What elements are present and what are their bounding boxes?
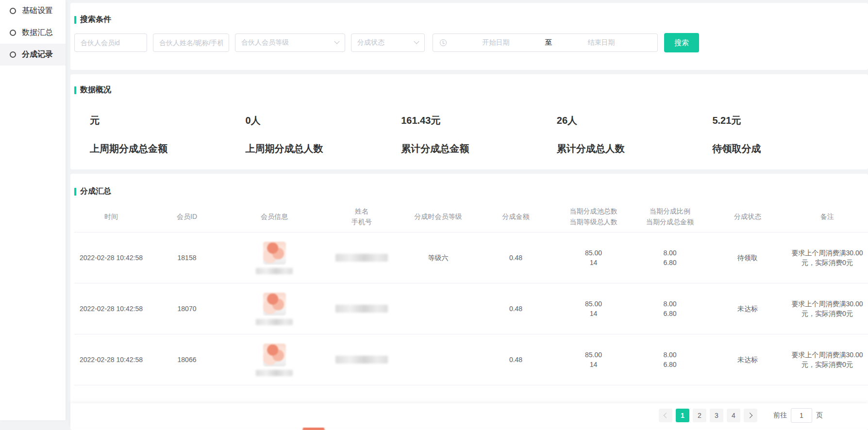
stat-total-amount: 161.43元 累计分成总金额 — [401, 115, 557, 155]
sidebar: 基础设置 数据汇总 分成记录 — [0, 0, 66, 420]
partner-name-input[interactable] — [153, 33, 229, 52]
circle-outline-icon — [10, 30, 16, 36]
cell-ratio: 8.00 6.80 — [631, 248, 709, 267]
ratio-amount: 6.80 — [631, 309, 709, 318]
stat-value: 0人 — [246, 115, 401, 126]
member-name-blurred — [335, 356, 388, 364]
sidebar-item-label: 分成记录 — [22, 50, 53, 60]
sidebar-item-data-summary[interactable]: 数据汇总 — [0, 22, 66, 44]
header-amount: 分成金额 — [476, 211, 556, 222]
cell-member-id: 18070 — [148, 304, 226, 314]
ratio-percent: 8.00 — [631, 248, 709, 258]
stat-value: 161.43元 — [401, 115, 557, 126]
pagination-page-4[interactable]: 4 — [727, 409, 740, 422]
date-range-picker[interactable]: 开始日期 至 结束日期 — [433, 33, 658, 52]
title-accent-bar — [74, 16, 76, 24]
header-member-info: 会员信息 — [226, 211, 323, 222]
ratio-percent: 8.00 — [631, 350, 709, 360]
start-date-placeholder[interactable]: 开始日期 — [447, 38, 545, 47]
header-line: 手机号 — [323, 216, 401, 227]
stat-label: 上周期分成总人数 — [246, 142, 401, 155]
cell-name-phone — [323, 356, 401, 364]
chevron-down-icon — [414, 39, 419, 44]
cell-status: 未达标 — [709, 304, 786, 314]
header-name-phone: 姓名 手机号 — [323, 206, 401, 227]
goto-page-input[interactable] — [791, 408, 812, 423]
pagination-bar: 1 2 3 4 前往 页 — [70, 403, 868, 428]
cell-ratio: 8.00 6.80 — [631, 299, 709, 318]
data-overview-title: 数据概况 — [74, 85, 868, 95]
partner-member-id-input[interactable] — [74, 33, 147, 52]
pagination-next-button[interactable] — [744, 409, 757, 422]
commission-status-select[interactable]: 分成状态 — [351, 33, 425, 52]
header-status: 分成状态 — [709, 211, 786, 222]
sidebar-item-commission-records[interactable]: 分成记录 — [0, 44, 66, 66]
pagination-goto: 前往 页 — [773, 408, 823, 423]
cell-member-info — [226, 344, 323, 376]
cell-member-info — [226, 293, 323, 325]
stat-label: 累计分成总人数 — [557, 142, 713, 155]
table-row: 2022-02-28 10:42:58 18066 0.48 85.00 14 … — [74, 334, 868, 385]
cell-remark: 要求上个周消费满30.00元，实际消费0元 — [786, 299, 868, 318]
cell-amount: 0.48 — [476, 253, 556, 263]
search-button[interactable]: 搜索 — [664, 33, 699, 52]
page-unit-label: 页 — [816, 411, 823, 420]
partner-level-select[interactable]: 合伙人会员等级 — [235, 33, 345, 52]
cell-pool: 85.00 14 — [556, 248, 631, 267]
member-nickname-blurred — [256, 319, 293, 325]
cell-member-info — [226, 242, 323, 274]
member-name-blurred — [335, 305, 388, 313]
commission-status-select-placeholder: 分成状态 — [357, 38, 384, 47]
cell-name-phone — [323, 305, 401, 313]
overview-stats: 元 上周期分成总金额 0人 上周期分成总人数 161.43元 累计分成总金额 2… — [74, 115, 868, 155]
stat-label: 待领取分成 — [712, 142, 868, 155]
member-avatar-blurred — [263, 242, 286, 265]
pool-total: 85.00 — [556, 299, 631, 309]
pagination-page-2[interactable]: 2 — [693, 409, 706, 422]
search-panel-title: 搜索条件 — [74, 15, 868, 25]
header-member-id: 会员ID — [148, 211, 226, 222]
chevron-down-icon — [334, 39, 339, 44]
pagination-page-1[interactable]: 1 — [676, 409, 689, 422]
date-separator: 至 — [545, 38, 552, 47]
search-panel-title-text: 搜索条件 — [80, 15, 111, 25]
goto-label: 前往 — [773, 411, 787, 420]
stat-total-count: 26人 累计分成总人数 — [557, 115, 713, 155]
circle-outline-icon — [10, 8, 16, 14]
main-content: 搜索条件 合伙人会员等级 分成状态 开始日期 至 结束日期 搜索 — [70, 0, 868, 430]
header-line: 当期分成比例 — [631, 206, 709, 216]
cell-amount: 0.48 — [476, 304, 556, 314]
pool-total: 85.00 — [556, 248, 631, 258]
header-line: 当期等级总人数 — [556, 216, 631, 227]
cell-level: 等级六 — [401, 253, 476, 263]
sidebar-item-basic-settings[interactable]: 基础设置 — [0, 0, 66, 22]
table-header-row: 时间 会员ID 会员信息 姓名 手机号 分成时会员等级 分成金额 当期分成池总数… — [74, 200, 868, 232]
cell-status: 未达标 — [709, 355, 786, 364]
pagination-page-3[interactable]: 3 — [710, 409, 723, 422]
member-avatar-blurred — [263, 344, 286, 366]
cell-ratio: 8.00 6.80 — [631, 350, 709, 369]
level-count: 14 — [556, 258, 631, 267]
header-time: 时间 — [74, 211, 148, 222]
stat-label: 累计分成总金额 — [401, 142, 557, 155]
cell-status: 待领取 — [709, 253, 786, 263]
cell-remark: 要求上个周消费满30.00元，实际消费0元 — [786, 248, 868, 267]
data-overview-title-text: 数据概况 — [80, 85, 111, 95]
cell-remark: 要求上个周消费满30.00元，实际消费0元 — [786, 350, 868, 369]
ratio-percent: 8.00 — [631, 299, 709, 309]
cell-time: 2022-02-28 10:42:58 — [74, 355, 148, 364]
search-panel: 搜索条件 合伙人会员等级 分成状态 开始日期 至 结束日期 搜索 — [70, 3, 868, 70]
partner-level-select-placeholder: 合伙人会员等级 — [241, 38, 289, 47]
member-name-blurred — [335, 254, 388, 262]
chevron-left-icon — [664, 413, 669, 418]
ratio-amount: 6.80 — [631, 360, 709, 369]
circle-outline-icon — [10, 51, 16, 58]
sidebar-item-label: 数据汇总 — [22, 28, 53, 38]
clock-icon — [440, 39, 447, 46]
member-nickname-blurred — [256, 268, 293, 274]
end-date-placeholder[interactable]: 结束日期 — [552, 38, 651, 47]
stat-last-period-amount: 元 上周期分成总金额 — [90, 115, 246, 155]
cell-name-phone — [323, 254, 401, 262]
cell-time: 2022-02-28 10:42:58 — [74, 304, 148, 314]
pagination-prev-button[interactable] — [659, 409, 672, 422]
